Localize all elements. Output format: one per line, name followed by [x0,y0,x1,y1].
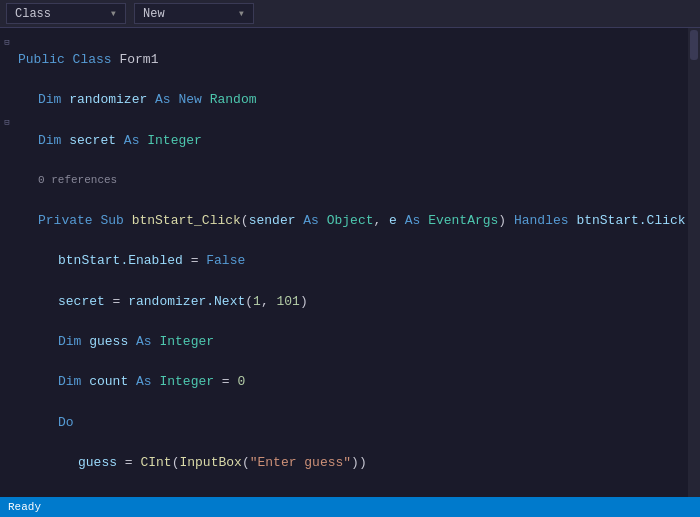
collapse-sub[interactable]: ⊟ [0,112,14,132]
line-9: Dim count As Integer = 0 [18,372,688,392]
scroll-thumb[interactable] [690,30,698,60]
collapse-gutter: ⊟ ⊟ [0,28,14,497]
line-1: Public Class Form1 [18,50,688,70]
collapse-class[interactable]: ⊟ [0,32,14,52]
line-11: guess = CInt(InputBox("Enter guess")) [18,453,688,473]
class-dropdown[interactable]: Class ▾ [6,3,126,24]
member-dropdown[interactable]: New ▾ [134,3,254,24]
line-8: Dim guess As Integer [18,332,688,352]
class-dropdown-label: Class [15,7,51,21]
chevron-down-icon2: ▾ [238,6,245,21]
line-2: Dim randomizer As New Random [18,90,688,110]
line-5: Private Sub btnStart_Click(sender As Obj… [18,211,688,231]
scrollbar[interactable] [688,28,700,497]
line-7: secret = randomizer.Next(1, 101) [18,292,688,312]
line-12: If guess < secret Then [18,493,688,497]
code-content: ⊟ ⊟ Public Class Form1 Dim randomizer As… [0,28,700,497]
chevron-down-icon: ▾ [110,6,117,21]
status-bar: Ready [0,497,700,517]
line-6: btnStart.Enabled = False [18,251,688,271]
member-dropdown-label: New [143,7,165,21]
line-refs: 0 references [18,171,688,191]
spacer1 [0,52,14,72]
code-editor: Class ▾ New ▾ ⊟ ⊟ Public Class Form1 Dim… [0,0,700,517]
line-10: Do [18,413,688,433]
status-text: Ready [8,501,41,513]
code-lines[interactable]: Public Class Form1 Dim randomizer As New… [14,28,688,497]
line-3: Dim secret As Integer [18,131,688,151]
spacer3 [0,92,14,112]
spacer2 [0,72,14,92]
